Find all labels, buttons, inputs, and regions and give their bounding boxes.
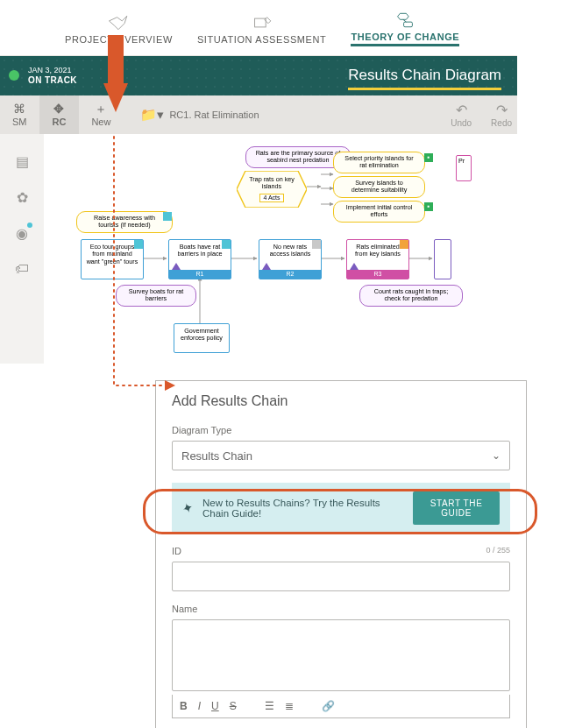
link-button[interactable]: 🔗 bbox=[322, 700, 335, 712]
node-select-priority[interactable]: Select priority islands for rat eliminat… bbox=[333, 152, 425, 173]
input-id[interactable] bbox=[172, 562, 510, 591]
annotation-arrow-icon bbox=[103, 35, 128, 114]
tab-situation-assessment[interactable]: SITUATION ASSESSMENT bbox=[197, 13, 327, 46]
side-toolbar: ▤ ✿ ◉ 🏷 bbox=[0, 134, 44, 364]
bird-icon bbox=[106, 13, 131, 32]
corner-icon bbox=[400, 240, 408, 249]
node-count-rats[interactable]: Count rats caught in traps; check for pr… bbox=[359, 285, 463, 307]
underline-button[interactable]: U bbox=[211, 700, 219, 712]
undo-button[interactable]: ↶Undo bbox=[451, 102, 472, 128]
input-name[interactable] bbox=[172, 619, 510, 691]
node-cut-right[interactable] bbox=[434, 239, 451, 279]
tag-icon[interactable]: 🏷 bbox=[15, 261, 29, 277]
status-bar: JAN 3, 2021 ON TRACK Results Chain Diagr… bbox=[0, 56, 517, 95]
chevron-down-icon: ⌄ bbox=[492, 449, 501, 462]
corner-icon bbox=[222, 240, 231, 249]
id-counter: 0 / 255 bbox=[486, 546, 510, 556]
redo-button[interactable]: ↷Redo bbox=[491, 102, 512, 128]
wand-icon: ✦ bbox=[180, 498, 195, 517]
puzzle-icon[interactable]: ✿ bbox=[17, 189, 28, 206]
status-state: ON TRACK bbox=[28, 75, 77, 85]
guide-text: New to Results Chains? Try the Results C… bbox=[202, 498, 395, 519]
dialog-title: Add Results Chain bbox=[172, 393, 510, 409]
ol-button[interactable]: ☰ bbox=[265, 700, 274, 712]
diagram-breadcrumb[interactable]: 📁▾ RC1. Rat Elimination bbox=[123, 95, 451, 134]
rich-text-toolbar: B I U S ☰ ≣ 🔗 bbox=[172, 695, 510, 718]
triangle-icon bbox=[350, 263, 359, 270]
rc-icon: ✥ bbox=[53, 102, 64, 115]
italic-button[interactable]: I bbox=[198, 700, 201, 712]
mode-sm-button[interactable]: ⌘ SM bbox=[0, 95, 40, 134]
mode-rc-button[interactable]: ✥ RC bbox=[40, 95, 80, 134]
node-strategy-trap[interactable]: Trap rats on key islands 4 Acts bbox=[237, 171, 307, 208]
work-area: ▤ ✿ ◉ 🏷 bbox=[0, 134, 517, 364]
select-diagram-type[interactable]: Results Chain ⌄ bbox=[172, 441, 510, 470]
flow-icon bbox=[393, 11, 417, 30]
label-id: ID 0 / 255 bbox=[172, 546, 510, 556]
page-title: Results Chain Diagram bbox=[348, 61, 501, 90]
triangle-icon bbox=[262, 263, 271, 270]
label-diagram-type: Diagram Type bbox=[172, 425, 510, 435]
tab-theory-of-change[interactable]: THEORY OF CHANGE bbox=[351, 11, 459, 46]
label-name: Name bbox=[172, 604, 510, 614]
node-survey-islands[interactable]: Survey islands to determine suitability bbox=[333, 176, 425, 198]
annotation-dotted-path bbox=[112, 131, 182, 403]
app-screenshot-top: PROJECT OVERVIEW SITUATION ASSESSMENT TH… bbox=[0, 9, 517, 364]
progress-badge-icon: ▪ bbox=[424, 202, 433, 211]
strike-button[interactable]: S bbox=[230, 700, 237, 712]
corner-icon bbox=[312, 240, 321, 249]
start-guide-button[interactable]: START THE GUIDE bbox=[413, 491, 500, 525]
diagram-toolbar: ⌘ SM ✥ RC ＋ New 📁▾ RC1. Rat Elimination … bbox=[0, 95, 517, 134]
node-rats-eliminated[interactable]: Rats eliminated from key islands R3 bbox=[346, 239, 409, 279]
status-date: JAN 3, 2021 bbox=[28, 67, 77, 75]
eye-icon[interactable]: ◉ bbox=[16, 225, 28, 242]
svg-marker-1 bbox=[398, 13, 409, 19]
notes-icon bbox=[250, 13, 274, 32]
node-implement-control[interactable]: Implement initial control efforts ▪ bbox=[333, 201, 425, 223]
node-no-new-rats[interactable]: No new rats access islands R2 bbox=[259, 239, 322, 279]
progress-badge-icon: ▪ bbox=[424, 153, 433, 162]
bold-button[interactable]: B bbox=[180, 700, 188, 712]
undo-icon: ↶ bbox=[456, 102, 467, 118]
svg-rect-2 bbox=[404, 22, 413, 27]
node-cut-pr[interactable]: Pr bbox=[456, 155, 472, 181]
redo-icon: ↷ bbox=[496, 102, 508, 118]
folder-icon: 📁▾ bbox=[140, 107, 164, 123]
add-results-chain-dialog: Add Results Chain Diagram Type Results C… bbox=[155, 380, 527, 728]
ul-button[interactable]: ≣ bbox=[285, 700, 294, 712]
page-icon[interactable]: ▤ bbox=[16, 153, 29, 170]
sm-icon: ⌘ bbox=[13, 102, 25, 115]
guide-banner: ✦ New to Results Chains? Try the Results… bbox=[172, 483, 510, 534]
status-dot-icon bbox=[9, 70, 19, 81]
primary-tabs: PROJECT OVERVIEW SITUATION ASSESSMENT TH… bbox=[0, 9, 517, 56]
